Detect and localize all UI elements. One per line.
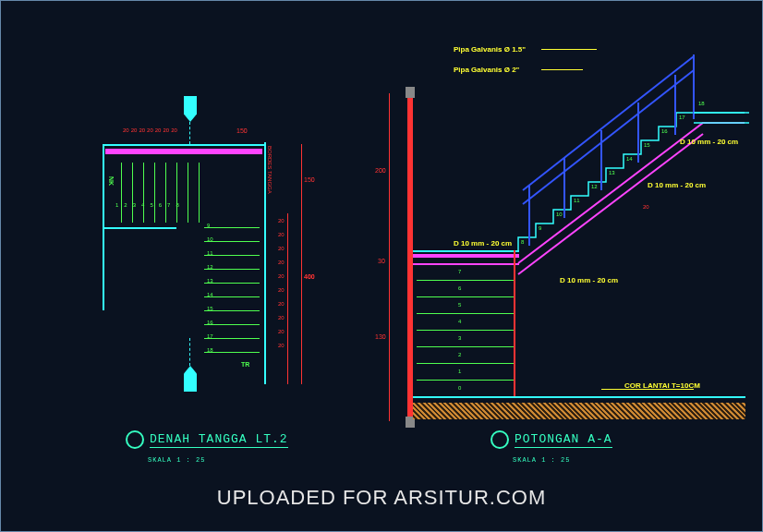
ground-hatch bbox=[413, 403, 745, 419]
dim-400: 400 bbox=[304, 273, 315, 280]
dim-150b: 150 bbox=[304, 176, 315, 183]
title-circle-icon bbox=[126, 430, 144, 449]
wall bbox=[103, 227, 176, 229]
step-num: 17 bbox=[679, 115, 685, 120]
label-pipe1: Pipa Galvanis Ø 1.5" bbox=[454, 45, 526, 54]
step-num: 9 bbox=[539, 225, 541, 231]
label-bordes: BORDES TANGGA bbox=[267, 146, 272, 194]
step-num: 14 bbox=[626, 156, 633, 162]
step-num: 11 bbox=[574, 198, 580, 203]
plan-step-nums-right: 9 10 11 12 13 14 15 16 17 18 bbox=[207, 223, 213, 361]
step-num: 15 bbox=[644, 142, 650, 148]
label-rebar3: D 10 mm - 20 cm bbox=[680, 138, 738, 146]
title-plan-text: DENAH TANGGA LT.2 bbox=[150, 432, 288, 448]
dim-row-top: 20 20 20 20 20 20 20 bbox=[123, 127, 179, 133]
dim-130: 130 bbox=[375, 333, 386, 340]
title-plan-scale: SKALA 1 : 25 bbox=[148, 456, 205, 464]
upper-stair-outline bbox=[370, 38, 749, 426]
floor-line bbox=[413, 396, 745, 398]
label-rebar2: D 10 mm - 20 cm bbox=[648, 181, 706, 189]
title-section: POTONGAN A-A SKALA 1 : 25 bbox=[490, 430, 612, 464]
label-tr: TR bbox=[241, 361, 249, 368]
label-nk: NK bbox=[108, 176, 115, 186]
plan-view: 20 20 20 20 20 20 20 150 1 2 3 4 5 6 7 8 bbox=[66, 89, 315, 384]
section-view: 7 6 5 4 3 2 1 0 bbox=[370, 38, 749, 426]
dim-line-left bbox=[389, 93, 390, 421]
label-pipe2: Pipa Galvanis Ø 2" bbox=[454, 66, 519, 74]
watermark: UPLOADED FOR ARSITUR.COM bbox=[1, 486, 762, 510]
title-section-scale: SKALA 1 : 25 bbox=[513, 456, 570, 464]
dim-20: 20 bbox=[643, 204, 649, 210]
label-rebar1: D 10 mm - 20 cm bbox=[454, 239, 512, 248]
wall bbox=[103, 144, 266, 146]
section-arrow-bot bbox=[184, 366, 197, 392]
dim-line-v bbox=[301, 144, 302, 384]
step-num: 16 bbox=[661, 128, 668, 134]
dim-150: 150 bbox=[236, 127, 248, 134]
step-num: 10 bbox=[556, 212, 563, 217]
dim-30: 30 bbox=[378, 258, 385, 264]
dim-20-col: 20 20 20 20 20 20 20 20 20 20 bbox=[278, 218, 285, 357]
landing-top bbox=[105, 149, 262, 154]
step-num: 18 bbox=[698, 101, 705, 106]
dim-200: 200 bbox=[375, 167, 386, 174]
plan-step-nums-left: 1 2 3 4 5 6 7 8 bbox=[115, 202, 179, 208]
step-num: 13 bbox=[609, 170, 615, 175]
dim-line-v2 bbox=[287, 213, 288, 384]
cad-canvas: { "watermark": "UPLOADED FOR ARSITUR.COM… bbox=[0, 0, 763, 532]
step-num: 8 bbox=[521, 239, 524, 245]
title-section-text: POTONGAN A-A bbox=[515, 432, 612, 448]
step-num: 12 bbox=[591, 184, 598, 189]
title-circle-icon bbox=[490, 430, 509, 449]
title-plan: DENAH TANGGA LT.2 SKALA 1 : 25 bbox=[126, 430, 288, 464]
label-rebar4: D 10 mm - 20 cm bbox=[560, 276, 618, 284]
wall bbox=[264, 142, 266, 384]
section-arrow-top bbox=[184, 96, 197, 122]
